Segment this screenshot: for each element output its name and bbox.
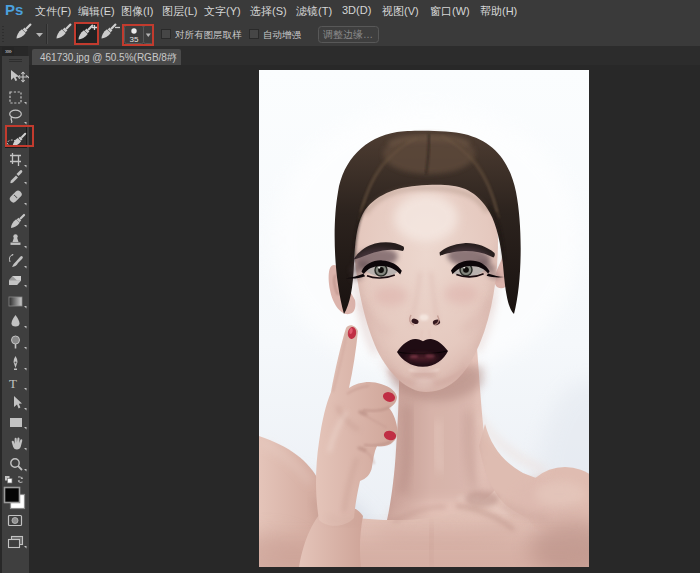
svg-text:调整边缘…: 调整边缘… (323, 29, 373, 40)
svg-text:对所有图层取样: 对所有图层取样 (175, 29, 242, 40)
svg-text:自动增强: 自动增强 (263, 29, 302, 40)
svg-text:T: T (9, 376, 17, 391)
